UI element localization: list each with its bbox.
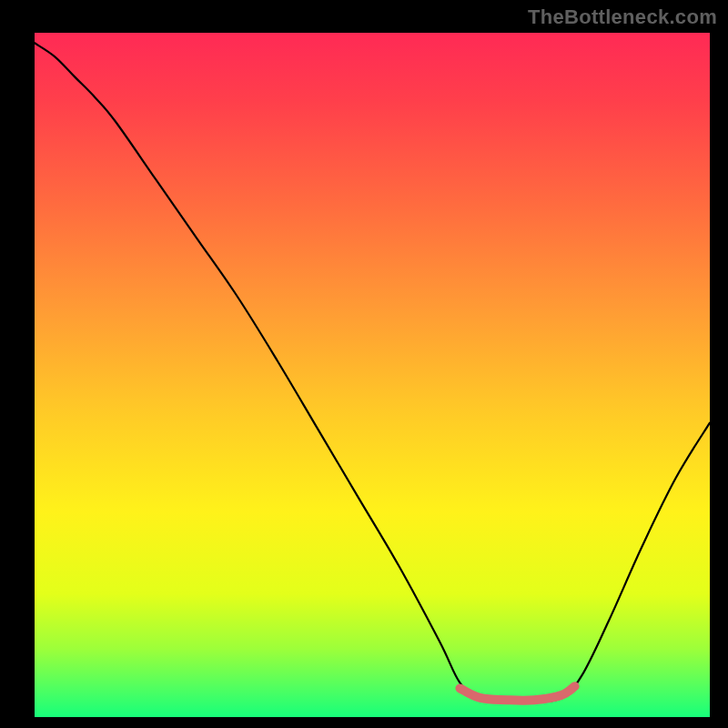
- watermark-text: TheBottleneck.com: [528, 5, 717, 29]
- chart-stage: TheBottleneck.com: [0, 0, 728, 728]
- bottleneck-curve-chart: [0, 0, 728, 728]
- gradient-background: [35, 33, 710, 717]
